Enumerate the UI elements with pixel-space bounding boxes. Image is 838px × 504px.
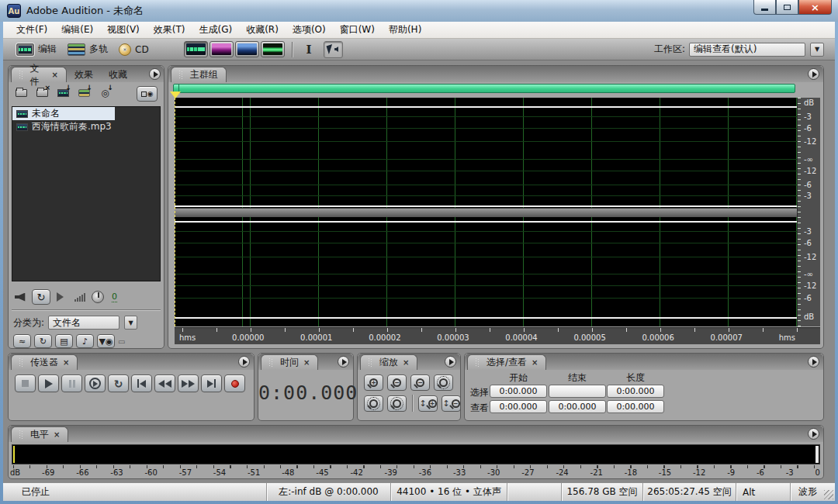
filter-eye-toggle[interactable]: ▼◉ [97,334,115,348]
main-panel-menu-button[interactable] [808,68,819,80]
tab-zoom[interactable]: 缩放 × [360,354,417,370]
tab-transport[interactable]: 传送器 × [11,354,78,370]
edit-view-button[interactable]: 编辑 [11,41,62,57]
tab-time[interactable]: 时间 × [261,354,318,370]
insert-into-multitrack-button[interactable]: ↓ [55,85,71,100]
waveform-right-channel[interactable] [175,217,797,326]
fast-forward-button[interactable] [178,375,199,392]
scrub-tool-button[interactable] [324,41,343,58]
view-end-field[interactable]: 0:00.000 [549,400,606,413]
tab-selection-view[interactable]: 选择/查看 × [467,354,546,370]
zoom-in-horizontal-button[interactable]: + [364,375,383,391]
workspace-dropdown-arrow[interactable]: ▼ [810,43,824,57]
zoom-in-selection-right-button[interactable] [387,395,407,412]
tab-level[interactable]: 电平 × [11,426,68,442]
maximize-button[interactable] [776,0,798,15]
minimize-button[interactable] [753,0,776,15]
spectral-frequency-button[interactable] [210,41,234,57]
zoom-in-vertical-button[interactable]: ↕+ [418,395,438,412]
time-selection-tool-button[interactable]: I [300,41,319,58]
rewind-button[interactable] [154,375,175,392]
play-from-cursor-button[interactable] [85,375,106,392]
tab-effects[interactable]: 效果 [67,67,101,82]
view-start-field[interactable]: 0:00.000 [490,400,547,413]
waveform-display-button[interactable] [184,41,208,57]
time-menu-button[interactable] [338,356,349,368]
file-item-selected[interactable]: 未命名 [12,107,115,120]
preview-volume-icon[interactable] [74,292,85,302]
tab-favorites[interactable]: 收藏 [101,67,127,82]
waveform-left-channel[interactable] [175,98,797,208]
import-file-button[interactable] [13,85,29,100]
menu-favorites[interactable]: 收藏(R) [239,22,286,38]
tab-selection-view-close-icon[interactable]: × [532,358,538,367]
zoom-out-vertical-button[interactable]: ↕− [442,395,461,412]
selection-length-field[interactable]: 0:00.000 [607,385,664,398]
menu-view[interactable]: 视图(V) [100,22,147,38]
close-button[interactable]: × [798,0,832,15]
show-video-files-toggle[interactable]: ▤ [55,334,73,348]
stop-button[interactable] [15,375,36,392]
view-length-field[interactable]: 0:00.000 [607,400,664,413]
menu-edit[interactable]: 编辑(E) [54,22,100,38]
multitrack-view-button[interactable]: 多轨 [62,41,113,57]
menu-options[interactable]: 选项(O) [286,22,333,38]
tab-files-close-icon[interactable]: × [52,71,58,79]
zoom-in-selection-left-button[interactable] [364,395,383,412]
record-button[interactable] [224,375,245,392]
selection-end-field[interactable] [549,385,606,398]
tab-time-close-icon[interactable]: × [303,358,310,367]
menu-effects[interactable]: 效果(T) [147,22,192,38]
play-looped-button[interactable]: ↻ [108,375,129,392]
zoom-out-horizontal-button[interactable]: − [387,375,407,391]
time-ruler[interactable]: hms 0.00000 0.00001 0.00002 0.00003 0.00… [175,327,820,344]
spectral-phase-button[interactable] [261,41,285,57]
selection-menu-button[interactable] [808,356,819,368]
go-to-end-button[interactable] [201,375,222,392]
horizontal-navigator-scrollbar[interactable] [173,84,795,93]
workspace-select[interactable]: 编辑查看(默认) [689,43,805,57]
play-button[interactable] [38,375,59,392]
preview-volume-value[interactable]: 0 [112,292,117,302]
preview-volume-knob[interactable] [92,291,104,303]
pause-button[interactable] [61,375,82,392]
tab-main-group[interactable]: 主群组 [171,67,227,82]
go-to-beginning-button[interactable] [131,375,152,392]
level-menu-button[interactable] [808,428,819,440]
tab-zoom-close-icon[interactable]: × [403,358,409,367]
loop-preview-button[interactable]: ↻ [32,289,50,305]
insert-into-cd-button[interactable]: ↓ [76,85,92,100]
cd-view-button[interactable]: CD [113,42,154,57]
playhead-marker[interactable] [170,91,181,98]
time-display[interactable]: 0:00.000 [258,381,353,404]
resize-grip-icon[interactable] [824,490,833,499]
show-audio-files-toggle[interactable]: ≈ [13,334,31,348]
files-panel-menu-button[interactable] [149,68,161,80]
amplitude-ruler[interactable]: dB -3 -6 -12 -∞ -12 -6 -3 -3 -6 -12 -∞ -… [797,98,820,326]
menu-window[interactable]: 窗口(W) [333,22,382,38]
zoom-menu-button[interactable] [445,356,456,368]
menu-generate[interactable]: 生成(G) [192,22,240,38]
tab-level-close-icon[interactable]: × [54,430,60,439]
show-midi-files-toggle[interactable]: ♪ [76,334,94,348]
show-loop-files-toggle[interactable]: ↻ [34,334,52,348]
import-cd-audio-button[interactable]: ◎↓ [97,85,113,100]
sort-by-dropdown-arrow[interactable]: ▼ [124,316,137,330]
title-bar[interactable]: Au Adobe Audition - 未命名 × [0,0,838,22]
tab-transport-close-icon[interactable]: × [63,358,69,367]
file-item[interactable]: 西海情歌前奏.mp3 [12,120,160,133]
menu-help[interactable]: 帮助(H) [382,22,428,38]
close-file-button[interactable]: × [34,85,50,100]
zoom-out-full-button[interactable]: − [410,375,430,391]
advanced-options-toggle[interactable]: ◉ [137,86,158,102]
preview-play-button[interactable] [57,292,64,302]
preview-speaker-icon[interactable] [15,293,26,302]
selection-start-field[interactable]: 0:00.000 [490,385,547,398]
transport-menu-button[interactable] [238,356,250,368]
level-meter[interactable] [12,444,820,464]
tab-files[interactable]: 文件 × [11,67,67,82]
menu-file[interactable]: 文件(F) [9,22,54,38]
zoom-to-selection-button[interactable] [434,375,453,391]
spectral-pan-button[interactable] [235,41,259,57]
sort-by-select[interactable]: 文件名 [48,316,119,330]
